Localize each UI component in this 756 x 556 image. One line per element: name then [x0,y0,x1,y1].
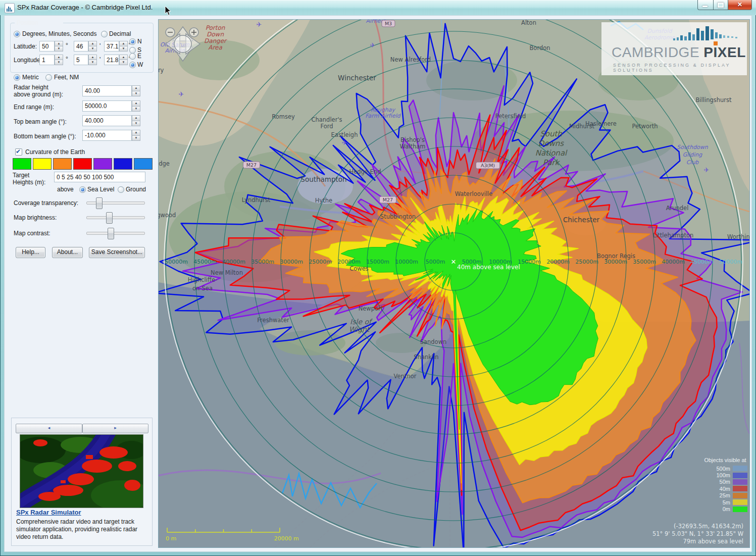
map-place-label: Sandown [420,338,447,345]
slider-thumb[interactable] [108,228,114,239]
longitude-deg-spinner[interactable]: ▲▼ [55,55,63,65]
west-label[interactable]: W [137,61,143,68]
longitude-min-input[interactable]: 5 [74,55,88,65]
map-place-label: Freshwater [257,317,289,324]
west-radio[interactable] [129,62,136,68]
map-viewport[interactable]: 5000m10000m15000m20000m25000m30000m35000… [158,19,750,548]
top-beam-input[interactable]: 40.000 [82,115,132,126]
latitude-min-input[interactable]: 46 [74,41,88,52]
longitude-min-spinner[interactable]: ▲▼ [88,55,97,65]
map-place-label: Farm Airfield [365,113,401,119]
decimal-radio[interactable] [101,31,108,37]
range-ring-label: 20000m [337,259,361,265]
road-badge-label: M3 [385,21,392,26]
promo-description: Comprehensive radar video and target tra… [16,518,148,541]
end-range-input[interactable]: 50000.0 [82,100,132,112]
metric-radio[interactable] [14,74,20,81]
coverage-transparency-slider[interactable] [86,201,145,205]
airport-icon: ✈ [179,90,184,98]
sea-level-radio[interactable] [79,186,86,193]
dms-radio[interactable] [14,31,20,37]
ground-radio[interactable] [118,186,124,193]
map-contrast-slider[interactable] [86,232,145,235]
pan-center[interactable] [174,35,191,53]
map-place-label: Lyndhurst [242,196,271,204]
color-swatch[interactable] [93,158,112,170]
east-label[interactable]: E [137,53,141,60]
map-place-label: Salisbury [159,67,164,74]
app-icon [5,3,15,13]
map-place-label: Bognor Regis [597,252,635,260]
road-badge-label: A3(M) [481,163,495,168]
legend-entry: 40m [703,485,747,492]
status-xy: (-32693.5m, 41634.2m) [652,523,743,530]
range-ring-label: 20000m [546,259,570,265]
latitude-sec-spinner[interactable]: ▲▼ [119,41,128,52]
radar-coverage-map[interactable]: 5000m10000m15000m20000m25000m30000m35000… [159,20,749,547]
map-brightness-slider[interactable] [86,216,145,219]
latitude-sec-input[interactable]: 37.1 [104,41,119,52]
latitude-deg-input[interactable]: 50 [39,41,55,52]
map-place-label: Petersfield [495,113,526,120]
metric-label[interactable]: Metric [22,74,39,81]
bottom-beam-spinner[interactable]: ▲▼ [132,130,140,141]
end-range-spinner[interactable]: ▲▼ [132,100,140,112]
logo-wordmark: CAMBRIDGE PIXEL [612,44,746,61]
map-place-label: Cowes [349,265,369,272]
save-screenshot-button[interactable]: Save Screenshot... [89,247,145,258]
slider-thumb[interactable] [96,197,103,209]
map-place-label: Arundel [666,205,689,212]
coverage-transparency-label: Coverage transparency: [14,199,78,207]
minimize-button[interactable] [697,0,714,10]
color-swatch[interactable] [73,158,92,170]
longitude-deg-input[interactable]: 1 [39,55,55,65]
slider-thumb[interactable] [106,212,113,224]
top-beam-spinner[interactable]: ▲▼ [132,115,140,126]
range-ring-label: 40000m [662,259,685,265]
map-place-label: Bishop's [400,136,425,143]
radar-height-input[interactable]: 40.00 [82,85,132,96]
curvature-checkbox[interactable] [15,148,22,156]
feet-nm-label[interactable]: Feet, NM [54,74,79,81]
decimal-label[interactable]: Decimal [109,30,131,37]
about-button[interactable]: About... [52,247,83,258]
color-swatch[interactable] [53,158,72,170]
map-place-label: on-Sea [192,285,213,292]
maximize-button[interactable] [714,0,728,10]
color-swatch[interactable] [33,158,52,170]
map-place-label: Hythe [315,197,332,204]
spx-simulator-link[interactable]: SPx Radar Simulator [16,509,81,516]
help-button[interactable]: Help... [16,247,45,258]
airport-icon: ✈ [257,21,262,28]
ground-label[interactable]: Ground [126,186,146,193]
target-heights-input[interactable]: 0 5 25 40 50 100 500 [54,172,145,182]
map-place-label: Petworth [632,123,658,130]
mouse-cursor [165,6,172,16]
north-radio[interactable] [129,38,136,45]
north-label[interactable]: N [137,38,142,45]
color-swatch[interactable] [134,158,153,170]
radar-height-spinner[interactable]: ▲▼ [132,85,140,96]
latitude-min-spinner[interactable]: ▲▼ [88,41,97,52]
title-bar[interactable]: SPx Radar Coverage - © Cambridge Pixel L… [0,0,756,15]
color-swatch[interactable] [114,158,132,170]
sea-level-label[interactable]: Sea Level [87,186,114,193]
longitude-sec-input[interactable]: 21.8 [104,55,119,65]
feet-nm-radio[interactable] [45,74,52,81]
east-radio[interactable] [129,53,136,60]
longitude-sec-spinner[interactable]: ▲▼ [119,55,128,65]
latitude-label: Latitude: [14,43,37,50]
promo-next-button[interactable]: ▸ [82,424,148,433]
map-place-label: Chandler's [311,116,342,123]
bottom-beam-input[interactable]: -10.000 [82,130,132,141]
above-label: above [57,186,74,193]
curvature-label[interactable]: Curvature of the Earth [25,148,85,156]
color-swatch[interactable] [13,158,31,170]
promo-prev-button[interactable]: ◂ [16,424,82,433]
latitude-deg-spinner[interactable]: ▲▼ [55,41,63,52]
map-place-label: Alton [521,20,536,26]
map-place-label: Waltham [400,143,426,150]
dms-label[interactable]: Degrees, Minutes, Seconds [22,30,96,37]
close-button[interactable] [728,0,752,10]
end-range-label: End range (m): [14,104,54,111]
